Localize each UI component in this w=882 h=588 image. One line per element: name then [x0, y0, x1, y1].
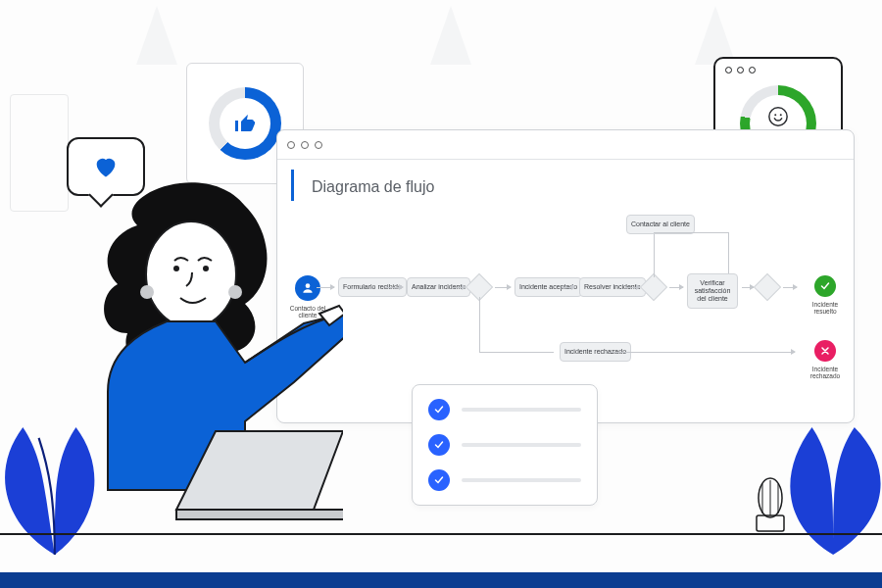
- check-icon: [428, 399, 450, 420]
- progress-ring: [209, 87, 281, 160]
- flow-decision1: [469, 277, 489, 297]
- bottom-band: [0, 572, 882, 588]
- flow-end-ok: Incidente resuelto: [801, 275, 850, 316]
- x-circle-icon: [814, 340, 836, 362]
- window-controls: [725, 67, 756, 74]
- decision-icon: [640, 273, 667, 301]
- flow-arrow: [742, 287, 754, 288]
- flow-connector: [654, 232, 655, 277]
- bg-lamp: [127, 6, 186, 65]
- bg-lamp: [686, 6, 745, 65]
- flow-arrow: [495, 287, 511, 288]
- checklist-placeholder: [462, 478, 581, 482]
- check-icon: [428, 469, 450, 491]
- flow-arrow: [783, 287, 797, 288]
- svg-point-7: [140, 285, 154, 299]
- svg-point-5: [173, 266, 179, 271]
- thumbs-up-icon: [233, 112, 257, 135]
- window-dot: [287, 141, 295, 149]
- check-icon: [428, 434, 450, 456]
- checklist-placeholder: [462, 408, 581, 412]
- flow-window: Diagrama de flujo Contacto del cliente F…: [276, 129, 855, 423]
- flow-arrow: [452, 287, 466, 288]
- flow-arrow: [611, 352, 795, 353]
- flow-connector: [728, 232, 729, 277]
- checklist-item: [428, 434, 581, 456]
- svg-point-2: [780, 114, 782, 116]
- flow-end-no-label: Incidente rechazado: [801, 366, 850, 380]
- window-dot: [315, 141, 322, 149]
- check-circle-icon: [814, 275, 836, 297]
- leaf-decor: [0, 427, 98, 555]
- flow-decision3: [758, 277, 777, 297]
- svg-point-1: [774, 114, 776, 116]
- flow-connector: [479, 297, 480, 352]
- flow-arrow: [385, 287, 403, 288]
- checklist-item: [428, 399, 581, 420]
- leaf-decor: [790, 427, 882, 555]
- bg-lamp: [421, 6, 480, 65]
- flow-end-ok-label: Incidente resuelto: [801, 301, 850, 316]
- checklist-placeholder: [462, 443, 581, 447]
- cactus-decor: [747, 463, 794, 533]
- flow-arrow: [626, 287, 640, 288]
- window-title: Diagrama de flujo: [291, 170, 854, 201]
- window-titlebar: [277, 130, 854, 160]
- svg-point-6: [203, 266, 209, 271]
- smile-icon: [767, 106, 789, 127]
- decision-icon: [754, 273, 781, 301]
- svg-point-8: [228, 285, 242, 299]
- flow-decision2: [644, 277, 663, 297]
- window-dot: [301, 141, 309, 149]
- flow-step5: Verificar satisfacción del cliente: [687, 273, 738, 309]
- flow-step5-box: Verificar satisfacción del cliente: [687, 273, 738, 309]
- desk-line: [0, 533, 882, 535]
- flow-connector: [479, 352, 554, 353]
- flow-end-no: Incidente rechazado: [801, 340, 850, 380]
- checklist-card: [412, 384, 598, 506]
- flow-arrow: [669, 287, 683, 288]
- svg-point-0: [769, 108, 787, 125]
- flow-arrow: [562, 287, 575, 288]
- flow-connector: [654, 232, 728, 233]
- checklist-item: [428, 469, 581, 491]
